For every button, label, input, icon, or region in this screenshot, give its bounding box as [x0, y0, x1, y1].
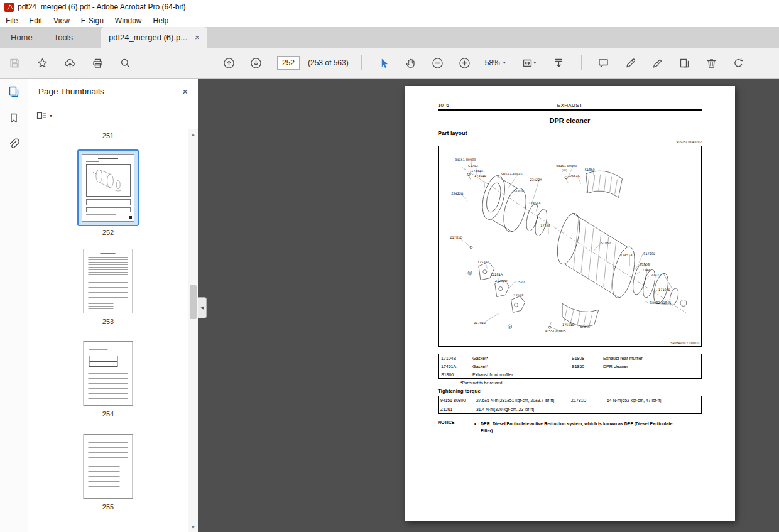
- diagram-reference-code: SAPH492DLZ1000010: [670, 342, 699, 345]
- collapse-panel-button[interactable]: ◀: [198, 297, 207, 318]
- hand-tool-button[interactable]: [400, 52, 422, 73]
- scrollbar-thumb[interactable]: [190, 285, 197, 319]
- highlight-button[interactable]: [620, 52, 641, 73]
- panel-options-button[interactable]: ▾: [36, 111, 52, 122]
- bookmarks-button[interactable]: [0, 105, 28, 131]
- svg-text:23422A: 23422A: [530, 178, 542, 182]
- arrow-down-circle-icon: [250, 57, 262, 69]
- thumbnail-options-icon: [36, 111, 47, 122]
- select-tool-button[interactable]: [373, 52, 395, 73]
- scrolling-mode-button[interactable]: [548, 52, 570, 73]
- tab-document[interactable]: pdf24_merged (6).p... ×: [101, 27, 207, 48]
- scroll-down-icon[interactable]: ▼: [188, 525, 198, 529]
- undo-button[interactable]: [728, 52, 749, 73]
- panel-close-icon[interactable]: ×: [182, 86, 188, 97]
- thumbnail-label: 252: [28, 229, 188, 236]
- menu-esign[interactable]: E-Sign: [75, 14, 109, 27]
- thumbnail-255[interactable]: [84, 434, 133, 499]
- svg-text:17577: 17577: [477, 260, 488, 264]
- part-code: S1806: [439, 371, 472, 379]
- svg-text:23422: 23422: [651, 273, 661, 277]
- print-button[interactable]: [87, 52, 108, 73]
- cloud-upload-icon: [64, 57, 76, 69]
- menu-help[interactable]: Help: [148, 14, 175, 27]
- search-button[interactable]: [114, 52, 136, 73]
- share-button[interactable]: [59, 52, 80, 73]
- main-toolbar: (253 of 563): [0, 48, 779, 79]
- save-button[interactable]: [4, 52, 25, 73]
- table-row: S1806 Exhaust front muffler: [439, 371, 569, 379]
- mini-diagram: [87, 165, 130, 196]
- zoom-out-button[interactable]: [427, 52, 449, 73]
- panel-scrollbar[interactable]: ▲ ▼: [188, 129, 198, 532]
- page-header-center: EXHAUST: [438, 102, 702, 108]
- page-fit-dropdown[interactable]: ▾: [515, 52, 543, 73]
- torque-value: 31.4 N·m{320 kgf·cm, 23 lbf·ft}: [476, 405, 569, 414]
- page-title: DPR cleaner: [438, 117, 702, 124]
- thumbnail-label: 251: [28, 132, 188, 139]
- svg-text:S1720E: S1720E: [643, 252, 655, 256]
- scroll-pages-icon: [553, 57, 565, 69]
- favorite-button[interactable]: [31, 52, 53, 73]
- fit-width-icon: [521, 57, 533, 69]
- thumbnail-list: 251: [28, 129, 188, 532]
- pencil-icon: [624, 57, 636, 69]
- thumbnail-252-selected[interactable]: [77, 149, 139, 226]
- star-icon: [36, 57, 48, 69]
- esign-button[interactable]: [647, 52, 668, 73]
- header-rule: [438, 109, 702, 111]
- menu-view[interactable]: View: [48, 14, 75, 27]
- part-desc: Exhaust rear muffler: [603, 354, 701, 362]
- paperclip-icon: [8, 138, 20, 151]
- svg-text:SH582-41845: SH582-41845: [650, 301, 671, 305]
- previous-page-button[interactable]: [218, 52, 239, 73]
- save-icon: [9, 57, 21, 69]
- organize-pages-button[interactable]: [674, 52, 695, 73]
- tab-home[interactable]: Home: [0, 27, 43, 48]
- page-thumbnails-icon: [8, 85, 20, 98]
- table-row: Z1781D 64 N·m{652 kgf·cm, 47 lbf·ft}: [569, 396, 701, 405]
- table-row: 17451A Gasket*: [439, 362, 569, 371]
- panel-title: Page Thumbnails: [38, 87, 104, 96]
- torque-table: 94151-80800 27.6±5 N·m{281±51 kgf·cm, 20…: [438, 396, 702, 414]
- torque-value: 64 N·m{652 kgf·cm, 47 lbf·ft}: [607, 396, 701, 405]
- attachments-button[interactable]: [0, 131, 28, 158]
- scroll-up-icon[interactable]: ▲: [188, 132, 198, 136]
- svg-text:Z1781D: Z1781D: [474, 321, 486, 325]
- undo-arrow-icon: [733, 57, 744, 69]
- notice-body: DPR: Diesel Particulate active Reduction…: [481, 420, 685, 434]
- delete-pages-button[interactable]: [701, 52, 722, 73]
- table-row: Z1261 31.4 N·m{320 kgf·cm, 23 lbf·ft}: [439, 405, 569, 414]
- menu-edit[interactable]: Edit: [23, 14, 48, 27]
- next-page-button[interactable]: [245, 52, 266, 73]
- svg-text:17451A: 17451A: [528, 201, 541, 205]
- zoom-level-dropdown[interactable]: 58% ▾: [481, 58, 509, 67]
- title-bar: pdf24_merged (6).pdf - Adobe Acrobat Pro…: [0, 0, 779, 14]
- svg-text:S1808: S1808: [514, 189, 524, 193]
- comment-button[interactable]: [593, 52, 614, 73]
- diagram-frame: 94151-80900S179317441A17451BSH582-418452…: [438, 146, 702, 347]
- part-code: 17104B: [439, 354, 472, 362]
- trash-icon: [705, 57, 717, 69]
- zoom-in-button[interactable]: [454, 52, 476, 73]
- part-desc: DPR cleaner: [603, 362, 701, 371]
- menu-file[interactable]: File: [0, 14, 23, 27]
- page-thumbnails-button[interactable]: [0, 79, 28, 105]
- thumbnail-254[interactable]: [84, 341, 133, 406]
- svg-text:17551C: 17551C: [568, 174, 580, 178]
- close-tab-icon[interactable]: ×: [195, 33, 200, 41]
- pdf-page: 10–6 EXHAUST DPR cleaner Part layout JP3…: [405, 86, 735, 521]
- svg-text:17578: 17578: [514, 293, 524, 297]
- tab-tools[interactable]: Tools: [43, 27, 84, 48]
- speech-bubble-icon: [597, 57, 609, 69]
- menu-window[interactable]: Window: [109, 14, 148, 27]
- page-number-input[interactable]: [277, 56, 300, 70]
- table-row: S1808 Exhaust rear muffler: [569, 354, 701, 362]
- torque-code: Z1261: [439, 405, 476, 414]
- thumbnail-label: 254: [28, 410, 188, 418]
- minus-circle-icon: [432, 57, 444, 69]
- svg-text:1: 1: [469, 271, 471, 274]
- thumbnail-253[interactable]: [84, 249, 133, 313]
- section-title: Part layout: [438, 130, 467, 136]
- svg-text:23422B: 23422B: [451, 192, 464, 195]
